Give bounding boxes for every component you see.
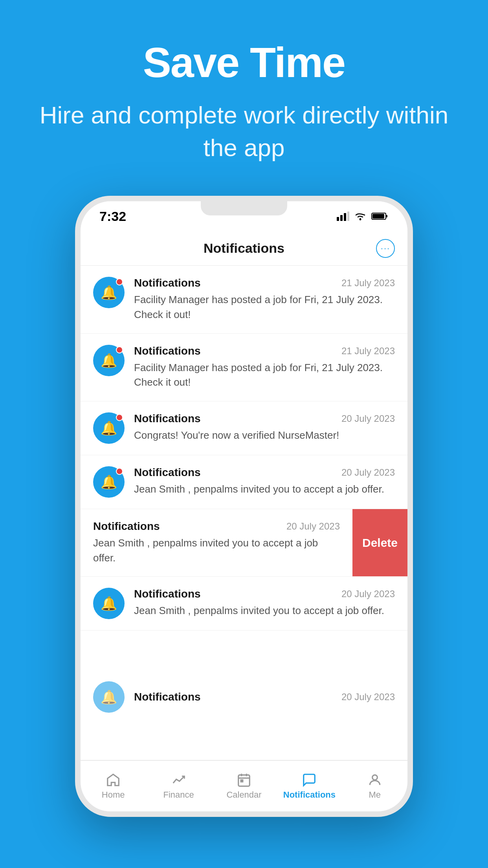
tab-finance-label: Finance [163,790,194,800]
notification-item-5-swiped[interactable]: Notifications 20 July 2023 Jean Smith , … [81,509,407,577]
notification-avatar-4: 🔔 [93,466,125,498]
svg-rect-6 [386,215,387,217]
notification-item-4[interactable]: 🔔 Notifications 20 July 2023 Jean Smith … [81,455,407,509]
me-icon [367,772,382,787]
svg-point-13 [372,775,377,780]
notification-body-1: Facility Manager has posted a job for Fr… [134,292,395,322]
tab-home-label: Home [102,790,125,800]
svg-point-4 [360,219,361,221]
notification-date-5: 20 July 2023 [286,521,340,532]
notification-body-4: Jean Smith , penpalms invited you to acc… [134,482,395,497]
notification-content-1: Notifications 21 July 2023 Facility Mana… [134,277,395,322]
tab-notifications[interactable]: Notifications [277,772,342,800]
status-time: 7:32 [99,209,126,224]
notification-date-7: 20 July 2023 [341,691,395,702]
notch [201,201,287,215]
notification-title-6: Notifications [134,588,201,600]
notification-content-3: Notifications 20 July 2023 Congrats! You… [134,412,395,443]
bell-icon: 🔔 [101,285,117,300]
notification-body-3: Congrats! You're now a verified NurseMas… [134,428,395,443]
svg-rect-12 [241,780,243,782]
hero-subtitle: Hire and complete work directly within t… [0,99,488,164]
tab-notifications-label: Notifications [283,790,336,800]
hero-title: Save Time [143,39,345,86]
notification-body-5: Jean Smith , penpalms invited you to acc… [93,536,340,565]
notification-title-7: Notifications [134,691,201,703]
bell-icon: 🔔 [101,474,117,490]
notification-avatar-1: 🔔 [93,277,125,308]
notification-content-4: Notifications 20 July 2023 Jean Smith , … [134,466,395,497]
calendar-icon [237,772,251,787]
svg-rect-3 [347,211,349,221]
status-bar: 7:32 [81,201,407,231]
notification-item-6[interactable]: 🔔 Notifications 20 July 2023 Jean Smith … [81,577,407,631]
svg-rect-7 [372,214,384,219]
notification-avatar-6: 🔔 [93,588,125,619]
notification-date-1: 21 July 2023 [341,278,395,289]
more-dots-icon: ··· [381,244,390,253]
unread-dot [116,468,123,475]
delete-button[interactable]: Delete [352,509,407,576]
svg-rect-8 [238,775,250,786]
tab-calendar-label: Calendar [226,790,261,800]
notification-body-6: Jean Smith , penpalms invited you to acc… [134,603,395,618]
home-icon [106,772,121,787]
notification-title-5: Notifications [93,520,160,533]
signal-icon [337,211,349,221]
bell-icon: 🔔 [101,689,117,705]
tab-finance[interactable]: Finance [146,772,211,800]
unread-dot [116,346,123,353]
notification-title-3: Notifications [134,412,201,425]
tab-me-label: Me [369,790,381,800]
svg-rect-0 [337,217,339,221]
app-header-title: Notifications [204,241,284,256]
tab-bar: Home Finance Calendar Notifications [81,760,407,811]
notification-content-6: Notifications 20 July 2023 Jean Smith , … [134,588,395,618]
more-button[interactable]: ··· [376,239,395,258]
notification-date-4: 20 July 2023 [341,467,395,478]
notification-body-2: Facility Manager has posted a job for Fr… [134,360,395,390]
unread-dot [116,278,123,285]
tab-calendar[interactable]: Calendar [211,772,277,800]
phone-mockup: 7:32 Notificat [75,196,413,817]
notifications-tab-icon [302,772,317,787]
app-header: Notifications ··· [81,231,407,266]
notification-item-7-partial[interactable]: 🔔 Notifications 20 July 2023 [81,631,407,760]
notification-title-1: Notifications [134,277,201,289]
notification-date-2: 21 July 2023 [341,346,395,357]
notification-content-2: Notifications 21 July 2023 Facility Mana… [134,345,395,390]
notification-item-2[interactable]: 🔔 Notifications 21 July 2023 Facility Ma… [81,334,407,401]
notification-title-2: Notifications [134,345,201,357]
notification-avatar-3: 🔔 [93,412,125,444]
bell-icon: 🔔 [101,596,117,611]
notification-date-6: 20 July 2023 [341,588,395,600]
notification-title-4: Notifications [134,466,201,479]
tab-home[interactable]: Home [81,772,146,800]
svg-rect-1 [340,215,343,221]
notification-item-1[interactable]: 🔔 Notifications 21 July 2023 Facility Ma… [81,266,407,333]
bell-icon: 🔔 [101,420,117,436]
notification-avatar-2: 🔔 [93,345,125,376]
status-icons [337,211,389,221]
notification-item-3[interactable]: 🔔 Notifications 20 July 2023 Congrats! Y… [81,401,407,455]
bell-icon: 🔔 [101,353,117,368]
wifi-icon [354,211,367,221]
notification-date-3: 20 July 2023 [341,413,395,424]
svg-rect-2 [344,213,346,221]
finance-icon [171,772,186,787]
battery-icon [371,211,389,221]
tab-me[interactable]: Me [342,772,407,800]
notifications-list: 🔔 Notifications 21 July 2023 Facility Ma… [81,266,407,760]
unread-dot [116,414,123,421]
notification-avatar-7: 🔔 [93,681,125,713]
